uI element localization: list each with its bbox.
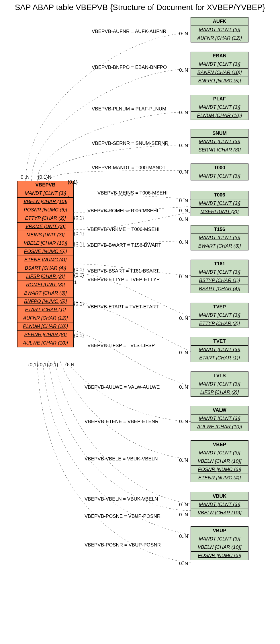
- cardinality-label: 0..N: [179, 169, 188, 175]
- edge-label: VBEPVB-BWART = T156-BWART: [87, 242, 161, 248]
- entity-t000: T000 MANDT [CLNT (3)]: [191, 164, 248, 180]
- entity-header: T161: [191, 260, 248, 268]
- cardinality-label: 0..N: [179, 534, 188, 539]
- entity-snum: SNUM MANDT [CLNT (3)] SERNR [CHAR (8)]: [191, 129, 248, 154]
- entity-header: T006: [191, 191, 248, 199]
- edge-label: VBEPVB-VRKME = T006-MSEHI: [87, 227, 159, 232]
- cardinality-label: 0..N: [179, 561, 188, 567]
- entity-field: MANDT [CLNT (3)]: [191, 138, 248, 146]
- entity-vbepvb-field: MEINS [UNIT (3)]: [17, 231, 73, 239]
- entity-header: VALW: [191, 406, 248, 415]
- entity-field: MANDT [CLNT (3)]: [191, 268, 248, 277]
- entity-t156: T156 MANDT [CLNT (3)] BWART [CHAR (3)]: [191, 225, 248, 250]
- entity-vbepvb-field: VBELN [CHAR (10)]: [17, 198, 73, 206]
- entity-vbepvb-field: ETENE [NUMC (4)]: [17, 256, 73, 264]
- entity-vbepvb-field: ETTYP [CHAR (2)]: [17, 214, 73, 223]
- edge-label: VBEPVB-VBELE = VBUK-VBELN: [85, 456, 158, 462]
- entity-header: SNUM: [191, 129, 248, 138]
- edge-label: VBEPVB-BNFPO = EBAN-BNFPO: [92, 65, 167, 70]
- cardinality-label: 0..N: [179, 31, 188, 37]
- cardinality-label: {0,1}{0,1}{0,1}: [28, 362, 58, 368]
- entity-field: SERNR [CHAR (8)]: [191, 146, 248, 154]
- entity-field: BWART [CHAR (3)]: [191, 242, 248, 250]
- entity-header: TVLS: [191, 372, 248, 380]
- cardinality-label: {0,1}: [74, 215, 84, 221]
- cardinality-label: 0..N: [179, 240, 188, 245]
- entity-header: VBUP: [191, 527, 248, 535]
- entity-valw: VALW MANDT [CLNT (3)] AULWE [CHAR (10)]: [191, 406, 248, 431]
- entity-tvep: TVEP MANDT [CLNT (3)] ETTYP [CHAR (2)]: [191, 303, 248, 328]
- entity-field: MANDT [CLNT (3)]: [191, 501, 248, 509]
- entity-tvet: TVET MANDT [CLNT (3)] ETART [CHAR (1)]: [191, 337, 248, 362]
- entity-vbepvb-field: VRKME [UNIT (3)]: [17, 223, 73, 231]
- cardinality-label: 0..N: [179, 198, 188, 204]
- entity-vbepvb-field: POSNR [NUMC (6)]: [17, 206, 73, 214]
- edge-label: VBEPVB-AULWE = VALW-AULWE: [85, 384, 160, 390]
- entity-field: MANDT [CLNT (3)]: [191, 380, 248, 388]
- entity-header: T000: [191, 164, 248, 172]
- entity-field: PLNUM [CHAR (10)]: [191, 112, 248, 120]
- entity-field: ETART [CHAR (1)]: [191, 354, 248, 362]
- entity-plaf: PLAF MANDT [CLNT (3)] PLNUM [CHAR (10)]: [191, 95, 248, 120]
- cardinality-label: 1: [68, 195, 70, 201]
- cardinality-label: {0,1}: [74, 273, 84, 278]
- entity-field: AUFNR [CHAR (12)]: [191, 34, 248, 42]
- cardinality-label: {0,1}: [68, 179, 78, 185]
- edge-label: VBEPVB-SERNR = SNUM-SERNR: [92, 141, 169, 146]
- edge-label: VBEPVB-LIFSP = TVLS-LIFSP: [87, 343, 155, 349]
- entity-field: MANDT [CLNT (3)]: [191, 103, 248, 112]
- cardinality-label: 0..N: [179, 274, 188, 280]
- entity-header: VBEP: [191, 441, 248, 449]
- entity-vbepvb-field: AULWE [CHAR (10)]: [17, 339, 73, 347]
- entity-vbepvb-field: BNFPO [NUMC (5)]: [17, 297, 73, 306]
- edge-label: VBEPVB-POSNE = VBUP-POSNR: [85, 513, 160, 519]
- cardinality-label: 0..N: [179, 316, 188, 321]
- cardinality-label: {0,1}: [74, 241, 84, 247]
- entity-vbepvb-field: POSNE [NUMC (6)]: [17, 248, 73, 256]
- entity-field: MSEHI [UNIT (3)]: [191, 208, 248, 216]
- cardinality-label: 0..N: [179, 502, 188, 508]
- entity-field: VBELN [CHAR (10)]: [191, 509, 248, 517]
- entity-field: AULWE [CHAR (10)]: [191, 423, 248, 431]
- cardinality-label: 0..N: [179, 419, 188, 425]
- cardinality-label: {0,1}: [74, 267, 84, 273]
- cardinality-label: 0..N: [179, 384, 188, 390]
- entity-field: BSTYP [CHAR (1)]: [191, 277, 248, 285]
- entity-field: MANDT [CLNT (3)]: [191, 60, 248, 69]
- entity-vbepvb-field: ETART [CHAR (1)]: [17, 306, 73, 314]
- entity-header: TVET: [191, 337, 248, 346]
- entity-field: MANDT [CLNT (3)]: [191, 311, 248, 320]
- entity-header: VBUK: [191, 492, 248, 501]
- cardinality-label: {0,1}N: [38, 174, 51, 180]
- entity-aufk: AUFK MANDT [CLNT (3)] AUFNR [CHAR (12)]: [191, 17, 248, 42]
- entity-vbepvb-field: ROMEI [UNIT (3)]: [17, 281, 73, 289]
- entity-t006: T006 MANDT [CLNT (3)] MSEHI [UNIT (3)]: [191, 191, 248, 216]
- entity-field: BSART [CHAR (4)]: [191, 285, 248, 293]
- entity-vbuk: VBUK MANDT [CLNT (3)] VBELN [CHAR (10)]: [191, 492, 248, 517]
- entity-field: MANDT [CLNT (3)]: [191, 199, 248, 208]
- page-title: SAP ABAP table VBEPVB {Structure of Docu…: [0, 3, 280, 12]
- entity-field: ETTYP [CHAR (2)]: [191, 320, 248, 328]
- entity-field: LIFSP [CHAR (2)]: [191, 388, 248, 396]
- edge-label: VBEPVB-BSART = T161-BSART: [87, 268, 159, 274]
- entity-vbepvb: VBEPVB MANDT [CLNT (3)] VBELN [CHAR (10)…: [17, 181, 74, 347]
- entity-field: VBELN [CHAR (10)]: [191, 543, 248, 552]
- entity-header: PLAF: [191, 95, 248, 103]
- entity-vbup: VBUP MANDT [CLNT (3)] VBELN [CHAR (10)] …: [191, 526, 248, 560]
- entity-field: BANFN [CHAR (10)]: [191, 69, 248, 77]
- cardinality-label: 0..N: [65, 362, 74, 368]
- cardinality-label: {0,1}: [74, 301, 84, 307]
- entity-eban: EBAN MANDT [CLNT (3)] BANFN [CHAR (10)] …: [191, 52, 248, 85]
- cardinality-label: {0,1}: [74, 333, 84, 338]
- cardinality-label: 0..N: [179, 512, 188, 518]
- edge-label: VBEPVB-ETENE = VBEP-ETENR: [85, 419, 158, 425]
- edge-label: VBEPVB-ETART = TVET-ETART: [87, 304, 159, 310]
- entity-header: TVEP: [191, 303, 248, 311]
- edge-label: VBEPVB-VBELN = VBUK-VBELN: [85, 496, 158, 502]
- entity-field: MANDT [CLNT (3)]: [191, 172, 248, 180]
- entity-field: MANDT [CLNT (3)]: [191, 415, 248, 423]
- entity-field: MANDT [CLNT (3)]: [191, 346, 248, 354]
- cardinality-label: 0..N: [179, 217, 188, 222]
- diagram-canvas: SAP ABAP table VBEPVB {Structure of Docu…: [0, 0, 280, 644]
- edge-label: VBEPVB-MEINS = T006-MSEHI: [97, 190, 168, 196]
